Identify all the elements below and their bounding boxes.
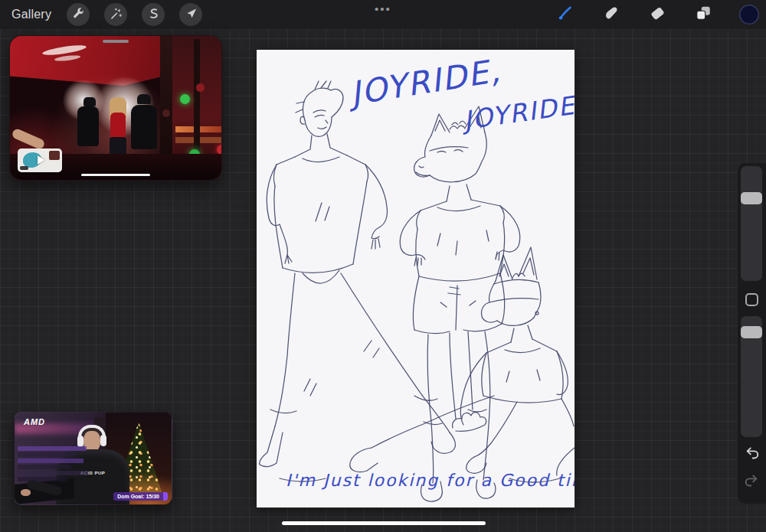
gallery-button[interactable]: Gallery bbox=[11, 8, 51, 21]
stage-light-dim bbox=[162, 109, 170, 117]
undo-button[interactable] bbox=[744, 445, 760, 461]
lettering-caption: I'm Just looking for a Good time bbox=[286, 471, 574, 490]
brush-size-slider[interactable] bbox=[741, 166, 762, 281]
modify-button[interactable] bbox=[745, 293, 758, 306]
play-icon[interactable] bbox=[38, 155, 44, 165]
brush-sidebar bbox=[738, 163, 766, 504]
sketch-figure-middle bbox=[400, 106, 520, 501]
dancer-right-silhouette bbox=[131, 105, 157, 149]
brush-icon bbox=[556, 4, 574, 25]
magic-wand-icon bbox=[110, 7, 123, 23]
eraser-tool-button[interactable] bbox=[647, 4, 668, 25]
transform-button[interactable] bbox=[179, 3, 202, 26]
headphone-cup-left bbox=[77, 436, 83, 447]
pip-stream-video[interactable]: ACID PUP AMD Dom Goal: 15/30 bbox=[14, 412, 172, 505]
home-indicator[interactable] bbox=[282, 521, 486, 525]
pip-concert-video[interactable] bbox=[9, 35, 222, 181]
goal-badge-text: Dom Goal: 15/30 bbox=[113, 492, 163, 501]
stage-light-red-2 bbox=[196, 83, 205, 92]
stage-light-green bbox=[180, 94, 190, 104]
pip-drag-handle[interactable] bbox=[103, 40, 129, 43]
smudge-tool-button[interactable] bbox=[601, 4, 622, 25]
eraser-icon bbox=[648, 4, 666, 25]
undo-arrow-icon bbox=[744, 450, 760, 463]
mini-player-overlay[interactable] bbox=[18, 149, 62, 172]
paint-tools-group bbox=[555, 0, 760, 29]
chat-row bbox=[18, 471, 88, 475]
performer-silhouette bbox=[110, 113, 126, 140]
dancer-right-cap bbox=[137, 94, 151, 104]
drawing-canvas[interactable]: JOYRIDE, JOYRIDE I'm Just looking for a … bbox=[257, 50, 574, 508]
headphone-cup-right bbox=[100, 435, 106, 446]
chat-overlay bbox=[18, 446, 90, 481]
redo-arrow-icon bbox=[744, 478, 760, 491]
dancer-left-cap bbox=[83, 97, 96, 106]
dancer-left-silhouette bbox=[77, 106, 99, 146]
pip-home-line bbox=[81, 174, 150, 176]
layers-button[interactable] bbox=[692, 4, 714, 25]
goal-badge: Dom Goal: 15/30 bbox=[113, 492, 168, 501]
adjustments-button[interactable] bbox=[104, 3, 127, 26]
procreate-workspace: Gallery ••• bbox=[0, 0, 766, 532]
smudge-icon bbox=[602, 4, 620, 25]
transform-arrow-icon bbox=[185, 7, 198, 23]
selection-s-icon bbox=[147, 7, 160, 23]
brush-size-handle[interactable] bbox=[741, 192, 762, 204]
color-swatch bbox=[739, 5, 759, 24]
layers-icon bbox=[694, 4, 712, 25]
artwork: JOYRIDE, JOYRIDE I'm Just looking for a … bbox=[257, 50, 574, 508]
chat-row bbox=[18, 477, 67, 481]
selection-button[interactable] bbox=[142, 3, 165, 26]
brush-tool-button[interactable] bbox=[555, 4, 576, 25]
mini-player-preview bbox=[49, 151, 60, 160]
multitask-indicator[interactable]: ••• bbox=[375, 2, 391, 15]
opacity-handle[interactable] bbox=[741, 326, 762, 338]
chat-row bbox=[18, 446, 87, 451]
actions-button[interactable] bbox=[67, 3, 90, 26]
lettering-joyride-2: JOYRIDE bbox=[459, 90, 574, 136]
mini-player-chip bbox=[20, 166, 28, 170]
chat-row bbox=[18, 465, 71, 469]
streamer-hand bbox=[21, 489, 31, 496]
color-button[interactable] bbox=[738, 4, 760, 25]
redo-button[interactable] bbox=[744, 472, 760, 488]
amd-logo: AMD bbox=[24, 417, 45, 426]
top-toolbar: Gallery ••• bbox=[0, 0, 766, 29]
wrench-icon bbox=[72, 7, 85, 23]
sketch-figure-left bbox=[260, 81, 456, 467]
goal-badge-notch bbox=[163, 492, 168, 501]
chat-row bbox=[18, 459, 83, 463]
chat-row bbox=[18, 452, 77, 457]
